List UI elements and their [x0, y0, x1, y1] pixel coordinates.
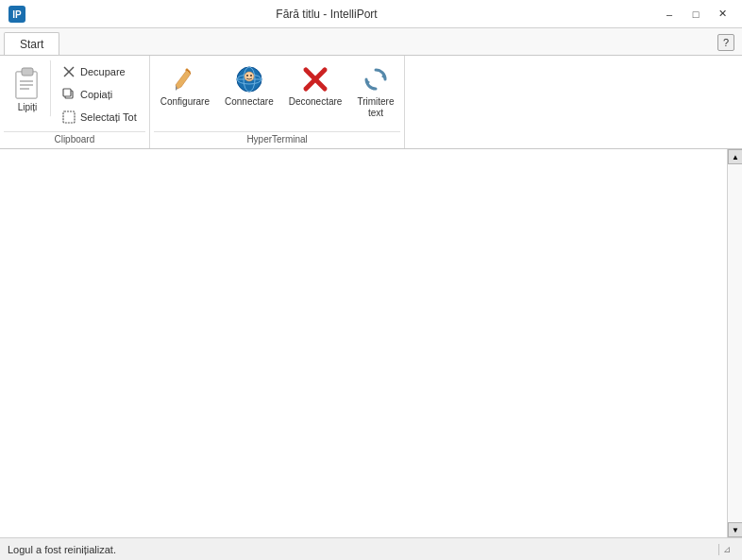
ribbon-group-clipboard: Lipiți Decupare — [0, 56, 150, 148]
svg-point-21 — [245, 72, 254, 81]
minimize-button[interactable]: – — [657, 5, 682, 24]
copy-button[interactable]: Copiați — [57, 84, 142, 105]
title-bar: IP Fără titlu - IntelliPort – □ ✕ — [0, 0, 742, 28]
window-title: Fără titlu - IntelliPort — [34, 8, 619, 21]
sendtext-button[interactable]: Trimiteretext — [350, 59, 400, 124]
connect-label: Connectare — [225, 96, 274, 108]
ribbon-group-hyperterminal: Configurare — [150, 56, 406, 148]
clipboard-items: Lipiți Decupare — [4, 59, 145, 129]
maximize-button[interactable]: □ — [683, 5, 708, 24]
cut-icon — [61, 64, 76, 79]
paste-button[interactable]: Lipiți — [4, 59, 51, 117]
vertical-scrollbar[interactable]: ▲ ▼ — [727, 149, 742, 537]
sendtext-icon — [361, 64, 391, 94]
connect-icon — [234, 64, 264, 94]
scroll-track[interactable] — [728, 164, 742, 522]
main-textarea[interactable] — [0, 149, 742, 537]
ribbon-content: Lipiți Decupare — [0, 55, 742, 149]
svg-text:IP: IP — [12, 9, 22, 20]
hyperterminal-group-label: HyperTerminal — [154, 131, 401, 148]
hyperterminal-items: Configurare — [154, 59, 401, 129]
svg-rect-12 — [63, 111, 75, 123]
configure-label: Configurare — [160, 96, 210, 108]
main-content-area: ▲ ▼ — [0, 149, 742, 537]
svg-marker-14 — [176, 70, 191, 89]
configure-icon — [170, 64, 200, 94]
svg-rect-4 — [22, 68, 33, 76]
disconnect-label: Deconectare — [289, 96, 343, 108]
svg-point-23 — [250, 75, 252, 76]
ribbon-spacer — [405, 56, 742, 148]
paste-icon — [12, 64, 42, 102]
scroll-up-button[interactable]: ▲ — [728, 149, 742, 164]
help-button[interactable]: ? — [717, 34, 734, 51]
status-bar: Logul a fost reinițializat. ⊿ — [0, 537, 742, 560]
connect-button[interactable]: Connectare — [218, 59, 280, 112]
copy-label: Copiați — [80, 89, 112, 100]
clipboard-group-label: Clipboard — [4, 131, 145, 148]
resize-handle[interactable]: ⊿ — [719, 542, 734, 557]
svg-point-22 — [246, 75, 248, 76]
configure-button[interactable]: Configurare — [154, 59, 216, 112]
cut-button[interactable]: Decupare — [57, 61, 142, 82]
window-controls: – □ ✕ — [657, 5, 734, 24]
paste-label: Lipiți — [18, 102, 38, 112]
disconnect-icon — [300, 64, 330, 94]
selectall-icon — [61, 110, 76, 125]
copy-icon — [61, 87, 76, 102]
selectall-label: Selectați Tot — [80, 111, 137, 123]
status-text: Logul a fost reinițializat. — [8, 544, 719, 555]
cut-label: Decupare — [80, 66, 126, 77]
tab-start[interactable]: Start — [4, 32, 59, 55]
svg-rect-11 — [63, 89, 71, 96]
close-button[interactable]: ✕ — [710, 5, 734, 24]
scroll-down-button[interactable]: ▼ — [728, 522, 742, 537]
ribbon-tabs: Start ? — [0, 28, 742, 55]
clipboard-small-buttons: Decupare Copiați — [53, 59, 145, 129]
app-icon: IP — [8, 5, 26, 24]
sendtext-label: Trimiteretext — [357, 96, 394, 119]
selectall-button[interactable]: Selectați Tot — [57, 107, 142, 127]
disconnect-button[interactable]: Deconectare — [282, 59, 349, 112]
